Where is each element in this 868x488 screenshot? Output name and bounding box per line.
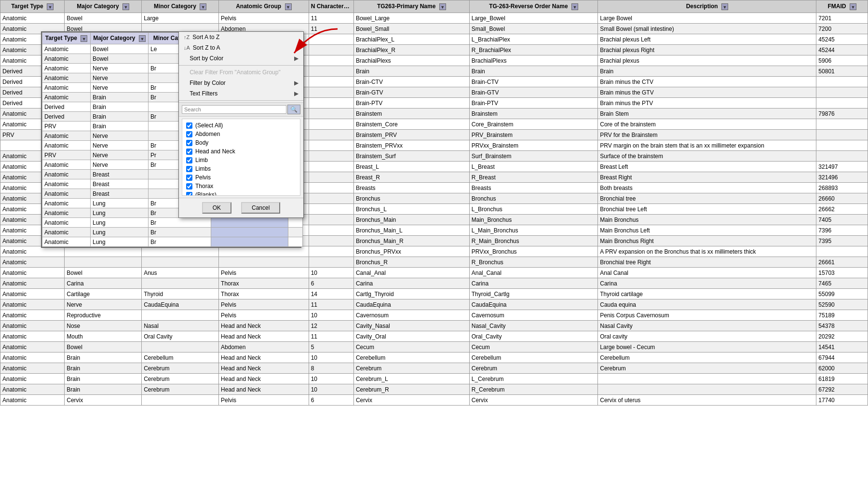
- overlay-cell: Br: [149, 237, 211, 247]
- filter-btn-minor[interactable]: ▼: [200, 3, 206, 10]
- overlay-cell: [288, 218, 303, 228]
- overlay-row: AnatomicLungBr: [42, 237, 303, 247]
- table-cell: 79876: [816, 108, 868, 119]
- checkbox-input[interactable]: [186, 192, 192, 196]
- overlay-cell: [211, 237, 288, 247]
- filter-color-item[interactable]: Filter by Color ▶: [179, 78, 303, 88]
- table-cell: [142, 257, 219, 268]
- table-cell: Cerebrum: [142, 374, 219, 384]
- filter-btn-target[interactable]: ▼: [47, 3, 54, 10]
- table-cell: Brain-GTV: [469, 87, 598, 98]
- ot-col-major[interactable]: Major Category ▼: [91, 33, 149, 44]
- col-header-tg263[interactable]: TG263-Primary Name ▼: [353, 0, 469, 13]
- table-cell: Cerebrum: [469, 363, 598, 374]
- table-cell: Breast Right: [598, 172, 816, 183]
- checkbox-input[interactable]: [186, 122, 192, 129]
- popup-buttons: OK Cancel: [179, 198, 303, 217]
- table-cell: Cervix: [353, 395, 469, 406]
- checkbox-item[interactable]: Limb: [182, 156, 300, 164]
- search-button[interactable]: 🔍: [287, 105, 300, 114]
- checkbox-item[interactable]: (Blanks): [182, 190, 300, 196]
- filter-btn-reverse[interactable]: ▼: [571, 3, 578, 10]
- cancel-button[interactable]: Cancel: [241, 202, 280, 214]
- table-cell: Reproductive: [65, 310, 142, 321]
- table-cell: 268893: [816, 183, 868, 193]
- col-header-nchar[interactable]: N Characters ▼: [309, 0, 353, 13]
- filter-btn-tg263[interactable]: ▼: [439, 3, 446, 10]
- overlay-cell: Breast: [91, 189, 149, 199]
- sort-az-item[interactable]: ↑Z Sort A to Z: [179, 32, 303, 42]
- table-cell: L_Bronchus: [469, 204, 598, 215]
- table-cell: Head and Neck: [219, 331, 309, 342]
- clear-filter-item[interactable]: Clear Filter From "Anatomic Group": [179, 67, 303, 78]
- col-header-target[interactable]: Target Type ▼: [0, 0, 65, 13]
- checkbox-item[interactable]: Abdomen: [182, 130, 300, 138]
- checkbox-item[interactable]: Pelvis: [182, 173, 300, 182]
- checkbox-item[interactable]: (Select All): [182, 121, 300, 130]
- overlay-cell: Bowel: [91, 54, 149, 64]
- checkbox-input[interactable]: [186, 131, 192, 137]
- checkbox-input[interactable]: [186, 166, 192, 172]
- text-filters-icon: [184, 91, 187, 96]
- sort-color-item[interactable]: Sort by Color ▶: [179, 53, 303, 64]
- sort-za-item[interactable]: ↓A Sort Z to A: [179, 42, 303, 53]
- table-cell: 6: [309, 278, 353, 289]
- table-cell: 321496: [816, 172, 868, 183]
- table-cell: 6: [309, 395, 353, 406]
- checkbox-input[interactable]: [186, 157, 192, 163]
- table-cell: Nasal_Cavity: [469, 321, 598, 331]
- filter-btn-desc[interactable]: ▼: [721, 3, 728, 10]
- table-cell: Bronchus_PRVxx: [353, 246, 469, 257]
- search-input[interactable]: [182, 105, 286, 114]
- col-header-minor[interactable]: Minor Category ▼: [142, 0, 219, 13]
- checkbox-item[interactable]: Body: [182, 138, 300, 147]
- table-cell: Main Bronchus: [598, 215, 816, 225]
- col-header-reverse[interactable]: TG-263-Reverse Order Name ▼: [469, 0, 598, 13]
- checkbox-input[interactable]: [186, 183, 192, 190]
- table-cell: Cerebrum: [598, 363, 816, 374]
- overlay-row: AnatomicLungBr: [42, 218, 303, 228]
- checkbox-label: Limb: [195, 157, 208, 163]
- table-cell: Brain-GTV: [353, 87, 469, 98]
- checkbox-item[interactable]: Thorax: [182, 182, 300, 190]
- checkbox-input[interactable]: [186, 175, 192, 181]
- checkbox-item[interactable]: Head and Neck: [182, 147, 300, 156]
- filter-btn-anatomic[interactable]: ▼: [285, 3, 292, 10]
- filter-btn-fmaid[interactable]: ▼: [850, 3, 856, 10]
- table-cell: Pelvis: [219, 13, 309, 24]
- overlay-cell: Derived: [42, 102, 91, 112]
- table-cell: Bronchial tree Right: [598, 257, 816, 268]
- table-cell: Nasal: [142, 321, 219, 331]
- table-cell: Thorax: [219, 278, 309, 289]
- col-header-desc[interactable]: Description ▼: [598, 0, 816, 13]
- table-cell: Cartilage: [65, 289, 142, 299]
- ot-filter-target[interactable]: ▼: [81, 35, 87, 42]
- table-cell: PRVxx_Brainstem: [469, 140, 598, 151]
- col-header-fmaid[interactable]: FMAID ▼: [816, 0, 868, 13]
- col-header-major[interactable]: Major Category ▼: [65, 0, 142, 13]
- table-cell: Bronchus: [469, 193, 598, 204]
- checkbox-input[interactable]: [186, 140, 192, 146]
- table-cell: Mouth: [65, 331, 142, 342]
- clear-filter-label: Clear Filter From "Anatomic Group": [190, 69, 281, 76]
- table-cell: Cerebrum: [142, 363, 219, 374]
- filter-btn-nchar[interactable]: ▼: [351, 3, 354, 10]
- ot-filter-major[interactable]: ▼: [139, 35, 146, 42]
- table-cell: [816, 119, 868, 130]
- filter-btn-major[interactable]: ▼: [122, 3, 129, 10]
- ot-col-target[interactable]: Target Type ▼: [42, 33, 91, 44]
- table-cell: 14: [309, 289, 353, 299]
- checkbox-label: Thorax: [195, 183, 213, 190]
- table-cell: [309, 215, 353, 225]
- table-cell: 10: [309, 384, 353, 395]
- table-cell: Bronchus_L: [353, 204, 469, 215]
- checkbox-item[interactable]: Limbs: [182, 164, 300, 173]
- ok-button[interactable]: OK: [202, 202, 231, 214]
- table-cell: Nerve: [65, 299, 142, 310]
- table-cell: 5: [309, 342, 353, 352]
- checkbox-input[interactable]: [186, 149, 192, 155]
- col-header-anatomic[interactable]: Anatomic Group ▼: [219, 0, 309, 13]
- table-cell: [309, 87, 353, 98]
- checkbox-list: (Select All)AbdomenBodyHead and NeckLimb…: [182, 119, 300, 196]
- text-filters-item[interactable]: Text Filters ▶: [179, 88, 303, 99]
